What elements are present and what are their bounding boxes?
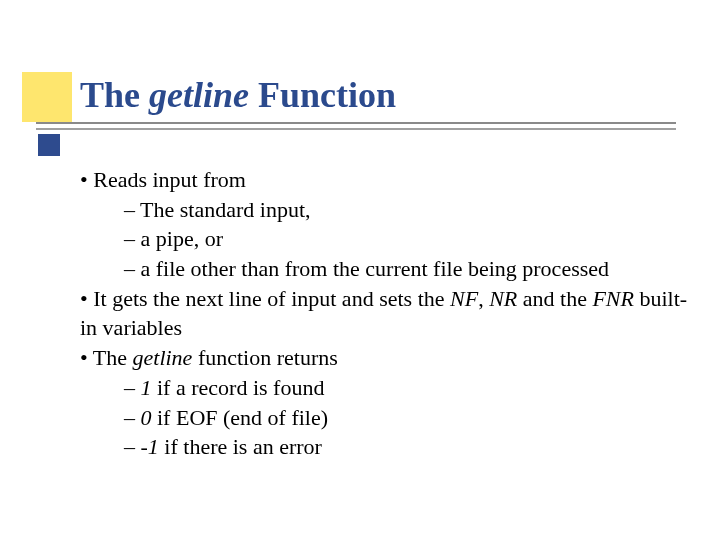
subbullet-return-0: – 0 if EOF (end of file) bbox=[80, 403, 690, 433]
text: , bbox=[478, 286, 489, 311]
var-nf: NF bbox=[450, 286, 478, 311]
slide-body: • Reads input from – The standard input,… bbox=[80, 165, 690, 462]
text: if there is an error bbox=[159, 434, 322, 459]
decor-rule-bottom bbox=[36, 128, 676, 130]
var-fnr: FNR bbox=[592, 286, 634, 311]
text: if EOF (end of file) bbox=[152, 405, 329, 430]
text: – bbox=[124, 405, 141, 430]
decor-rule-top bbox=[36, 122, 676, 124]
text: if a record is found bbox=[152, 375, 325, 400]
title-post: Function bbox=[249, 75, 396, 115]
subbullet-return-neg1: – -1 if there is an error bbox=[80, 432, 690, 462]
text: and the bbox=[517, 286, 592, 311]
subbullet-file: – a file other than from the current fil… bbox=[80, 254, 690, 284]
title-emph: getline bbox=[149, 75, 249, 115]
func-getline: getline bbox=[133, 345, 193, 370]
val-1: 1 bbox=[141, 375, 152, 400]
subbullet-stdin: – The standard input, bbox=[80, 195, 690, 225]
val-neg1: -1 bbox=[141, 434, 159, 459]
val-0: 0 bbox=[141, 405, 152, 430]
bullet-returns: • The getline function returns bbox=[80, 343, 690, 373]
text: • The bbox=[80, 345, 133, 370]
text: – bbox=[124, 375, 141, 400]
bullet-reads-input: • Reads input from bbox=[80, 165, 690, 195]
text: – bbox=[124, 434, 141, 459]
var-nr: NR bbox=[489, 286, 517, 311]
bullet-sets-vars: • It gets the next line of input and set… bbox=[80, 284, 690, 343]
slide-title: The getline Function bbox=[80, 74, 396, 116]
subbullet-pipe: – a pipe, or bbox=[80, 224, 690, 254]
text: function returns bbox=[192, 345, 337, 370]
subbullet-return-1: – 1 if a record is found bbox=[80, 373, 690, 403]
decor-blue-square bbox=[38, 134, 60, 156]
text: • It gets the next line of input and set… bbox=[80, 286, 450, 311]
decor-yellow-square bbox=[22, 72, 72, 122]
title-pre: The bbox=[80, 75, 149, 115]
